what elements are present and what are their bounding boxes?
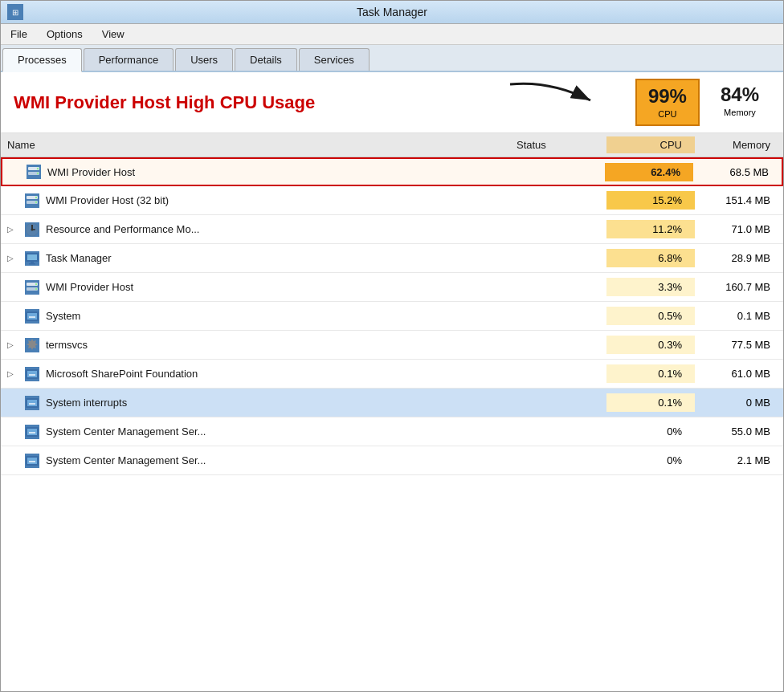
- memory-cell: 160.7 MB: [695, 278, 783, 296]
- process-name-cell: WMI Provider Host: [2, 161, 508, 182]
- svg-point-9: [35, 196, 37, 197]
- table-row[interactable]: ▷ Microsoft SharePoint Foundation 0.1% 6…: [1, 360, 783, 389]
- col-name[interactable]: Name: [1, 136, 510, 153]
- col-status[interactable]: Status: [510, 136, 606, 153]
- process-name: System: [46, 310, 80, 322]
- process-icon: [25, 222, 39, 237]
- svg-rect-14: [27, 254, 37, 260]
- process-list: WMI Provider Host 62.4% 68.5 MB WMI Prov…: [1, 157, 783, 691]
- table-row[interactable]: System interrupts 0.1% 0 MB: [1, 389, 783, 417]
- process-icon: [25, 280, 39, 295]
- process-name-cell: WMI Provider Host (32 bit): [1, 190, 510, 211]
- cpu-badge-container: 99% CPU 84% Memory: [635, 79, 770, 126]
- status-cell: [510, 342, 606, 348]
- cpu-cell: 0.1%: [606, 364, 695, 383]
- svg-rect-28: [29, 374, 35, 376]
- tab-performance[interactable]: Performance: [84, 48, 174, 71]
- memory-cell: 55.0 MB: [695, 422, 783, 441]
- tab-processes[interactable]: Processes: [2, 48, 82, 72]
- cpu-cell: 0%: [606, 451, 695, 470]
- process-name: System interrupts: [46, 397, 127, 409]
- expand-arrow[interactable]: ▷: [7, 340, 18, 349]
- svg-rect-31: [29, 403, 35, 405]
- column-headers: Name Status CPU Memory: [1, 133, 783, 157]
- process-name: Task Manager: [46, 252, 112, 264]
- svg-rect-34: [29, 432, 35, 434]
- status-cell: [508, 169, 605, 175]
- content-area: WMI Provider Host High CPU Usage 99% CPU…: [1, 72, 783, 691]
- cpu-cell: 0.1%: [606, 393, 695, 412]
- memory-cell: 71.0 MB: [695, 220, 783, 238]
- tab-details[interactable]: Details: [235, 48, 297, 71]
- memory-cell: 0 MB: [695, 393, 783, 412]
- table-row[interactable]: WMI Provider Host 62.4% 68.5 MB: [1, 157, 783, 186]
- table-row[interactable]: ▷ Resource and Performance Mo... 11.2% 7…: [1, 215, 783, 244]
- process-name-cell: WMI Provider Host: [1, 277, 510, 298]
- expand-arrow[interactable]: ▷: [7, 369, 18, 378]
- process-name: WMI Provider Host: [47, 166, 135, 178]
- process-name: System Center Management Ser...: [46, 454, 206, 466]
- table-row[interactable]: ▷ Task Manager 6.8% 28.9 MB: [1, 244, 783, 273]
- app-icon: ⊞: [7, 4, 23, 20]
- menu-view[interactable]: View: [96, 26, 131, 43]
- cpu-cell: 6.8%: [606, 249, 695, 267]
- tab-services[interactable]: Services: [299, 48, 370, 71]
- process-name-cell: ▷ Microsoft SharePoint Foundation: [1, 364, 510, 385]
- cpu-percent: 99%: [648, 85, 687, 108]
- menu-options[interactable]: Options: [40, 26, 89, 43]
- tab-users[interactable]: Users: [175, 48, 233, 71]
- svg-point-5: [37, 173, 39, 174]
- menu-file[interactable]: File: [4, 26, 34, 43]
- table-row[interactable]: WMI Provider Host (32 bit) 15.2% 151.4 M…: [1, 186, 783, 215]
- cpu-cell: 62.4%: [605, 163, 693, 181]
- svg-rect-16: [29, 263, 35, 265]
- cpu-badge: 99% CPU: [635, 79, 700, 126]
- svg-point-10: [35, 201, 37, 202]
- process-icon: [25, 396, 39, 410]
- process-icon: [25, 367, 39, 381]
- table-row[interactable]: ▷ termsvcs 0.3% 77.5 MB: [1, 331, 783, 360]
- expand-arrow[interactable]: ▷: [7, 254, 18, 263]
- status-cell: [510, 429, 606, 435]
- process-name-cell: ▷ Task Manager: [1, 248, 510, 269]
- window-title: Task Manager: [357, 6, 427, 18]
- svg-rect-37: [29, 461, 35, 462]
- process-name-cell: System Center Management Ser...: [1, 421, 510, 442]
- process-name-cell: System interrupts: [1, 393, 510, 413]
- task-manager-window: ⊞ Task Manager File Options View Process…: [0, 0, 784, 692]
- process-icon: [25, 338, 39, 352]
- process-icon: [25, 425, 39, 439]
- cpu-cell: 0.5%: [606, 307, 695, 325]
- cpu-cell: 0.3%: [606, 336, 695, 354]
- process-name-cell: ▷ Resource and Performance Mo...: [1, 219, 510, 240]
- svg-point-21: [35, 287, 37, 289]
- cpu-cell: 11.2%: [606, 220, 695, 238]
- status-cell: [510, 284, 606, 291]
- table-row[interactable]: WMI Provider Host 3.3% 160.7 MB: [1, 273, 783, 302]
- process-icon: [25, 193, 39, 208]
- process-name: Resource and Performance Mo...: [46, 223, 199, 235]
- col-cpu[interactable]: CPU: [606, 136, 695, 153]
- memory-cell: 28.9 MB: [695, 249, 783, 267]
- table-row[interactable]: System Center Management Ser... 0% 2.1 M…: [1, 446, 783, 475]
- process-name: termsvcs: [46, 339, 88, 351]
- status-cell: [510, 458, 606, 464]
- svg-rect-15: [31, 262, 34, 263]
- table-row[interactable]: System Center Management Ser... 0% 55.0 …: [1, 417, 783, 446]
- table-row[interactable]: System 0.5% 0.1 MB: [1, 302, 783, 331]
- expand-arrow[interactable]: ▷: [7, 225, 18, 234]
- cpu-cell: 15.2%: [606, 191, 695, 210]
- process-name-cell: System: [1, 306, 510, 327]
- memory-cell: 151.4 MB: [695, 191, 783, 210]
- process-icon: [25, 309, 39, 324]
- cpu-cell: 0%: [606, 422, 695, 441]
- memory-badge: 84% Memory: [709, 79, 770, 123]
- annotation-text: WMI Provider Host High CPU Usage: [14, 92, 315, 113]
- status-cell: [510, 226, 606, 233]
- process-name: WMI Provider Host: [46, 281, 133, 293]
- memory-cell: 0.1 MB: [695, 307, 783, 325]
- status-cell: [510, 371, 606, 377]
- process-name-cell: System Center Management Ser...: [1, 450, 510, 471]
- col-memory[interactable]: Memory: [695, 136, 783, 153]
- status-cell: [510, 313, 606, 320]
